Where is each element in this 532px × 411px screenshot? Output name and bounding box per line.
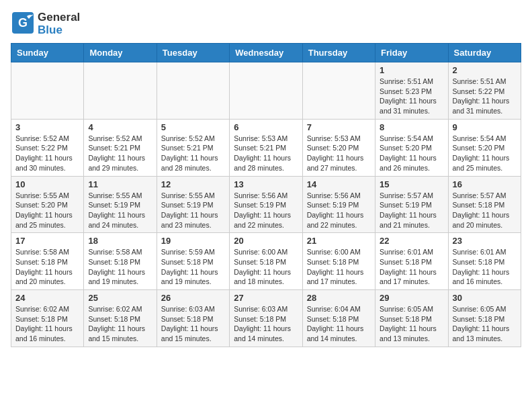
calendar-day-cell: 25Sunrise: 6:02 AMSunset: 5:18 PMDayligh… <box>84 290 157 347</box>
day-number: 13 <box>234 179 298 189</box>
calendar-day-cell: 15Sunrise: 5:57 AMSunset: 5:19 PMDayligh… <box>375 176 448 233</box>
weekday-header: Tuesday <box>157 44 229 62</box>
calendar-week-row: 3Sunrise: 5:52 AMSunset: 5:22 PMDaylight… <box>11 119 521 176</box>
day-info: Sunrise: 6:02 AMSunset: 5:18 PMDaylight:… <box>15 304 79 344</box>
calendar-day-cell: 23Sunrise: 6:01 AMSunset: 5:18 PMDayligh… <box>448 233 521 290</box>
day-info: Sunrise: 6:02 AMSunset: 5:18 PMDaylight:… <box>88 304 152 344</box>
weekday-header: Friday <box>375 44 448 62</box>
logo-icon: G <box>11 11 35 35</box>
calendar-day-cell: 20Sunrise: 6:00 AMSunset: 5:18 PMDayligh… <box>230 233 302 290</box>
logo-blue: Blue <box>38 24 80 37</box>
calendar-day-cell: 13Sunrise: 5:56 AMSunset: 5:19 PMDayligh… <box>230 176 302 233</box>
day-info: Sunrise: 5:58 AMSunset: 5:18 PMDaylight:… <box>88 247 152 287</box>
day-info: Sunrise: 6:01 AMSunset: 5:18 PMDaylight:… <box>380 247 443 287</box>
day-number: 6 <box>234 122 298 132</box>
day-number: 14 <box>307 179 371 189</box>
calendar-day-cell: 9Sunrise: 5:54 AMSunset: 5:20 PMDaylight… <box>448 119 521 176</box>
day-info: Sunrise: 6:04 AMSunset: 5:18 PMDaylight:… <box>307 304 371 344</box>
day-number: 12 <box>161 179 225 189</box>
calendar-day-cell: 11Sunrise: 5:55 AMSunset: 5:19 PMDayligh… <box>84 176 157 233</box>
calendar-day-cell: 6Sunrise: 5:53 AMSunset: 5:21 PMDaylight… <box>230 119 302 176</box>
calendar-day-cell: 2Sunrise: 5:51 AMSunset: 5:22 PMDaylight… <box>448 62 521 120</box>
day-number: 25 <box>88 293 152 303</box>
calendar-day-cell: 18Sunrise: 5:58 AMSunset: 5:18 PMDayligh… <box>84 233 157 290</box>
calendar-day-cell: 24Sunrise: 6:02 AMSunset: 5:18 PMDayligh… <box>11 290 84 347</box>
calendar-day-cell: 30Sunrise: 6:05 AMSunset: 5:18 PMDayligh… <box>448 290 521 347</box>
day-number: 1 <box>380 65 443 75</box>
day-info: Sunrise: 5:54 AMSunset: 5:20 PMDaylight:… <box>380 134 443 173</box>
weekday-header: Wednesday <box>230 44 302 62</box>
day-number: 30 <box>453 293 517 303</box>
day-info: Sunrise: 5:55 AMSunset: 5:19 PMDaylight:… <box>161 191 225 230</box>
day-number: 23 <box>453 236 517 246</box>
logo: G General Blue <box>11 11 80 38</box>
weekday-header: Sunday <box>11 44 84 62</box>
calendar-day-cell: 7Sunrise: 5:53 AMSunset: 5:20 PMDaylight… <box>302 119 375 176</box>
day-info: Sunrise: 5:57 AMSunset: 5:18 PMDaylight:… <box>453 191 517 230</box>
calendar-table: SundayMondayTuesdayWednesdayThursdayFrid… <box>11 43 521 347</box>
calendar-week-row: 17Sunrise: 5:58 AMSunset: 5:18 PMDayligh… <box>11 233 521 290</box>
day-info: Sunrise: 6:03 AMSunset: 5:18 PMDaylight:… <box>234 304 298 344</box>
day-number: 15 <box>380 179 443 189</box>
day-info: Sunrise: 5:59 AMSunset: 5:18 PMDaylight:… <box>161 247 225 287</box>
day-number: 20 <box>234 236 298 246</box>
logo-text: General <box>38 11 80 24</box>
weekday-header: Thursday <box>302 44 375 62</box>
day-number: 19 <box>161 236 225 246</box>
day-number: 17 <box>15 236 79 246</box>
day-info: Sunrise: 6:05 AMSunset: 5:18 PMDaylight:… <box>380 304 443 344</box>
calendar-day-cell: 27Sunrise: 6:03 AMSunset: 5:18 PMDayligh… <box>230 290 302 347</box>
calendar-day-cell <box>84 62 157 120</box>
calendar-day-cell: 28Sunrise: 6:04 AMSunset: 5:18 PMDayligh… <box>302 290 375 347</box>
calendar-week-row: 1Sunrise: 5:51 AMSunset: 5:23 PMDaylight… <box>11 62 521 120</box>
day-info: Sunrise: 6:01 AMSunset: 5:18 PMDaylight:… <box>453 247 517 287</box>
day-info: Sunrise: 5:56 AMSunset: 5:19 PMDaylight:… <box>307 191 371 230</box>
day-info: Sunrise: 5:57 AMSunset: 5:19 PMDaylight:… <box>380 191 443 230</box>
svg-text:G: G <box>18 16 28 30</box>
calendar-week-row: 24Sunrise: 6:02 AMSunset: 5:18 PMDayligh… <box>11 290 521 347</box>
day-info: Sunrise: 5:53 AMSunset: 5:20 PMDaylight:… <box>307 134 371 173</box>
day-number: 5 <box>161 122 225 132</box>
day-number: 24 <box>15 293 79 303</box>
day-info: Sunrise: 6:00 AMSunset: 5:18 PMDaylight:… <box>234 247 298 287</box>
calendar-day-cell: 1Sunrise: 5:51 AMSunset: 5:23 PMDaylight… <box>375 62 448 120</box>
page-header: G General Blue <box>11 11 521 38</box>
calendar-day-cell: 10Sunrise: 5:55 AMSunset: 5:20 PMDayligh… <box>11 176 84 233</box>
day-info: Sunrise: 5:52 AMSunset: 5:21 PMDaylight:… <box>161 134 225 173</box>
day-info: Sunrise: 5:52 AMSunset: 5:22 PMDaylight:… <box>15 134 79 173</box>
weekday-header: Monday <box>84 44 157 62</box>
day-number: 11 <box>88 179 152 189</box>
day-info: Sunrise: 6:05 AMSunset: 5:18 PMDaylight:… <box>453 304 517 344</box>
calendar-day-cell: 29Sunrise: 6:05 AMSunset: 5:18 PMDayligh… <box>375 290 448 347</box>
calendar-day-cell: 21Sunrise: 6:00 AMSunset: 5:18 PMDayligh… <box>302 233 375 290</box>
day-info: Sunrise: 5:51 AMSunset: 5:23 PMDaylight:… <box>380 77 443 116</box>
day-number: 2 <box>453 65 517 75</box>
day-info: Sunrise: 5:51 AMSunset: 5:22 PMDaylight:… <box>453 77 517 116</box>
day-number: 29 <box>380 293 443 303</box>
calendar-day-cell: 16Sunrise: 5:57 AMSunset: 5:18 PMDayligh… <box>448 176 521 233</box>
calendar-day-cell: 14Sunrise: 5:56 AMSunset: 5:19 PMDayligh… <box>302 176 375 233</box>
day-number: 28 <box>307 293 371 303</box>
calendar-day-cell: 17Sunrise: 5:58 AMSunset: 5:18 PMDayligh… <box>11 233 84 290</box>
day-info: Sunrise: 6:00 AMSunset: 5:18 PMDaylight:… <box>307 247 371 287</box>
day-number: 10 <box>15 179 79 189</box>
day-info: Sunrise: 5:55 AMSunset: 5:20 PMDaylight:… <box>15 191 79 230</box>
calendar-day-cell <box>302 62 375 120</box>
day-number: 7 <box>307 122 371 132</box>
calendar-day-cell: 3Sunrise: 5:52 AMSunset: 5:22 PMDaylight… <box>11 119 84 176</box>
day-number: 26 <box>161 293 225 303</box>
calendar-day-cell <box>157 62 229 120</box>
day-info: Sunrise: 5:58 AMSunset: 5:18 PMDaylight:… <box>15 247 79 287</box>
calendar-day-cell: 19Sunrise: 5:59 AMSunset: 5:18 PMDayligh… <box>157 233 229 290</box>
calendar-day-cell <box>230 62 302 120</box>
day-number: 27 <box>234 293 298 303</box>
calendar-day-cell <box>11 62 84 120</box>
day-info: Sunrise: 5:56 AMSunset: 5:19 PMDaylight:… <box>234 191 298 230</box>
calendar-day-cell: 5Sunrise: 5:52 AMSunset: 5:21 PMDaylight… <box>157 119 229 176</box>
day-number: 4 <box>88 122 152 132</box>
day-number: 3 <box>15 122 79 132</box>
day-info: Sunrise: 5:54 AMSunset: 5:20 PMDaylight:… <box>453 134 517 173</box>
day-number: 8 <box>380 122 443 132</box>
calendar-week-row: 10Sunrise: 5:55 AMSunset: 5:20 PMDayligh… <box>11 176 521 233</box>
day-info: Sunrise: 5:55 AMSunset: 5:19 PMDaylight:… <box>88 191 152 230</box>
